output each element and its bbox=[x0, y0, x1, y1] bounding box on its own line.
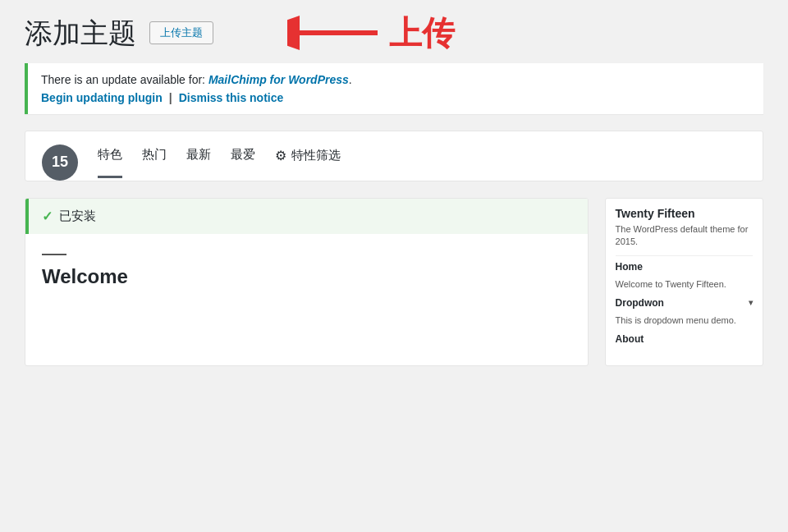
menu-item-about: About bbox=[606, 328, 763, 350]
preview-description: The WordPress default theme for 2015. bbox=[606, 223, 763, 255]
tab-featured[interactable]: 特色 bbox=[98, 147, 122, 178]
notice-separator: | bbox=[169, 91, 172, 104]
menu-about-label: About bbox=[616, 333, 644, 345]
menu-home-label: Home bbox=[616, 261, 643, 273]
plugin-name: MailChimp for WordPress bbox=[208, 73, 349, 86]
notice-links: Begin updating plugin | Dismiss this not… bbox=[41, 91, 750, 104]
begin-updating-link[interactable]: Begin updating plugin bbox=[41, 91, 163, 104]
tab-feature-filter[interactable]: ⚙ 特性筛选 bbox=[275, 148, 341, 177]
tab-popular[interactable]: 热门 bbox=[142, 147, 167, 178]
notice-text: There is an update available for: MailCh… bbox=[41, 73, 750, 86]
tabs-row: 15 特色 热门 最新 最爱 ⚙ 特性筛选 bbox=[42, 144, 746, 181]
installed-label: 已安装 bbox=[59, 209, 96, 224]
dismiss-notice-link[interactable]: Dismiss this notice bbox=[179, 91, 284, 104]
tab-favorites[interactable]: 最爱 bbox=[231, 147, 255, 178]
arrow-icon bbox=[287, 8, 386, 57]
tab-count: 15 bbox=[42, 144, 78, 181]
theme-divider bbox=[42, 254, 66, 255]
gear-icon: ⚙ bbox=[275, 148, 286, 163]
menu-dropdown-label: Dropdwon bbox=[616, 297, 664, 309]
chevron-down-icon: ▾ bbox=[749, 298, 753, 307]
notice-suffix: . bbox=[349, 73, 352, 86]
tabs-section: 15 特色 热门 最新 最爱 ⚙ 特性筛选 bbox=[25, 131, 763, 181]
filter-label: 特性筛选 bbox=[291, 148, 341, 163]
theme-content: Welcome bbox=[25, 234, 588, 365]
arrow-annotation: 上传 bbox=[287, 8, 455, 57]
themes-area: ✓ 已安装 Welcome Twenty Fifteen The WordPre… bbox=[25, 198, 763, 366]
theme-name: Welcome bbox=[42, 265, 571, 288]
menu-item-home: Home bbox=[606, 256, 763, 277]
installed-theme-card: ✓ 已安装 Welcome bbox=[25, 198, 589, 366]
preview-card: Twenty Fifteen The WordPress default the… bbox=[605, 198, 763, 366]
preview-title: Twenty Fifteen bbox=[606, 199, 763, 223]
page-wrapper: 添加主题 上传主题 上传 There is an update availabl… bbox=[0, 0, 788, 532]
installed-banner: ✓ 已安装 bbox=[25, 199, 588, 234]
tab-latest[interactable]: 最新 bbox=[186, 147, 211, 178]
page-title: 添加主题 bbox=[25, 16, 136, 50]
notice-prefix: There is an update available for: bbox=[41, 73, 208, 86]
menu-item-dropdown: Dropdwon ▾ bbox=[606, 292, 763, 314]
notice-box: There is an update available for: MailCh… bbox=[25, 63, 763, 114]
check-icon: ✓ bbox=[42, 209, 53, 224]
upload-theme-button[interactable]: 上传主题 bbox=[149, 21, 213, 44]
menu-home-sub: Welcome to Twenty Fifteen. bbox=[606, 277, 763, 292]
upload-annotation-label: 上传 bbox=[389, 11, 455, 56]
menu-dropdown-sub: This is dropdown menu demo. bbox=[606, 314, 763, 328]
page-header: 添加主题 上传主题 上传 bbox=[25, 16, 763, 50]
